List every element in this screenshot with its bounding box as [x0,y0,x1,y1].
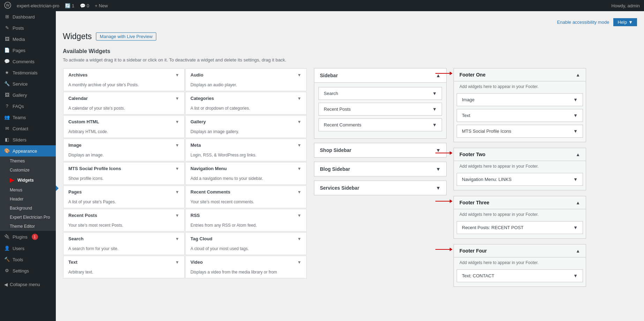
widget-text[interactable]: Text ▼ Arbitrary text. [63,256,185,278]
widget-rss[interactable]: RSS ▼ Entries from any RSS or Atom feed. [185,209,307,232]
sidebar-areas-panel: Sidebar ▲ Search ▼ Recent Posts ▼ [314,68,447,292]
footer-four-text-arrow: ▼ [573,273,578,278]
submenu-menus[interactable]: Menus [0,185,56,195]
sidebar-header[interactable]: Sidebar ▲ [314,68,447,83]
widget-video-name: Video [190,260,203,265]
site-name[interactable]: expert-electrician-pro [17,3,59,8]
sidebar-item-gallery[interactable]: 🖼Gallery [0,89,56,101]
submenu-expert-electrician[interactable]: Expert Electrician Pro [0,213,56,222]
sidebar-item-sliders[interactable]: ◧Sliders [0,134,56,145]
footer-two-box: Footer Two ▲ Add widgets here to appear … [454,148,586,190]
blog-sidebar-area: Blog Sidebar ▼ [314,162,447,176]
sidebar-recent-posts-label: Recent Posts [324,107,351,112]
blog-sidebar-header[interactable]: Blog Sidebar ▼ [314,162,447,176]
sidebar-item-comments[interactable]: 💬Comments [0,56,56,67]
footer-four-header[interactable]: Footer Four ▲ [454,245,586,257]
widget-archives-name: Archives [68,72,88,78]
submenu-header[interactable]: Header [0,195,56,204]
sidebar-item-pages[interactable]: 📄Pages [0,45,56,56]
widget-tag-cloud-name: Tag Cloud [190,236,212,241]
widget-gallery-arrow: ▼ [297,119,301,124]
settings-label: Settings [13,268,29,273]
widget-tag-cloud[interactable]: Tag Cloud ▼ A cloud of your most used ta… [185,232,307,255]
sidebar-item-dashboard[interactable]: ⊞Dashboard [0,11,56,22]
sidebar-item-service[interactable]: 🔧Service [0,78,56,89]
widget-grid: Archives ▼ A monthly archive of your sit… [63,68,307,279]
widget-search-desc: A search form for your site. [63,245,184,255]
submenu-customize[interactable]: Customize [0,166,56,175]
sidebar-item-plugins[interactable]: 🔌 Plugins 1 [0,231,56,243]
new-content-button[interactable]: + New [95,3,108,8]
services-sidebar-header[interactable]: Services Sidebar ▼ [314,181,447,195]
widget-navigation-menu[interactable]: Navigation Menu ▼ Add a navigation menu … [185,162,307,185]
sidebar-item-faqs[interactable]: ?FAQs [0,101,56,112]
widget-nav-menu-desc: Add a navigation menu to your sidebar. [186,175,306,184]
widget-custom-html-arrow: ▼ [175,119,179,124]
widget-gallery[interactable]: Gallery ▼ Displays an image gallery. [185,115,307,138]
footer-one-widget-text[interactable]: Text ▼ [457,109,583,122]
footer-two-widget-nav[interactable]: Navigation Menu: LINKS ▼ [457,173,583,186]
manage-live-preview-button[interactable]: Manage with Live Preview [96,32,156,41]
widget-pages[interactable]: Pages ▼ A list of your site's Pages. [63,185,185,208]
widget-categories-arrow: ▼ [297,96,301,101]
available-widgets-desc: To activate a widget drag it to a sideba… [63,57,637,63]
help-button[interactable]: Help ▼ [613,18,637,26]
widget-meta[interactable]: Meta ▼ Login, RSS, & WordPress.org links… [185,139,307,161]
sidebar-widget-search[interactable]: Search ▼ [319,87,442,100]
tools-label: Tools [13,257,23,262]
pages-icon: 📄 [4,48,10,53]
sidebar-item-users[interactable]: 👤Users [0,243,56,254]
updates-count[interactable]: 🔄 1 [65,3,74,8]
sidebar-item-tools[interactable]: 🔨Tools [0,254,56,265]
footer-four-widget-text[interactable]: Text: CONTACT ▼ [457,269,583,282]
footer-three-collapse-icon: ▲ [576,200,580,205]
footer-two-collapse-icon: ▲ [576,152,580,157]
comments-count[interactable]: 💬 0 [80,3,89,8]
widget-recent-posts[interactable]: Recent Posts ▼ Your site's most recent P… [63,209,185,232]
footer-one-box: Footer One ▲ Add widgets here to appear … [454,68,586,142]
widget-video[interactable]: Video ▼ Displays a video from the media … [185,256,307,278]
widget-audio-name: Audio [190,72,203,78]
main-content: Enable accessibility mode Help ▼ Widgets… [56,11,644,321]
widget-recent-posts-name: Recent Posts [68,213,97,218]
widget-recent-posts-desc: Your site's most recent Posts. [63,221,184,231]
footer-one-header[interactable]: Footer One ▲ [454,68,586,81]
widget-categories[interactable]: Categories ▼ A list or dropdown of categ… [185,92,307,115]
sidebar-item-appearance[interactable]: 🎨 Appearance Themes Customize ▶Widgets M… [0,145,56,231]
sidebar-item-teams[interactable]: 👥Teams [0,112,56,123]
widget-image[interactable]: Image ▼ Displays an image. [63,139,185,161]
sidebar-item-media[interactable]: 🖼Media [0,34,56,45]
widget-recent-comments[interactable]: Recent Comments ▼ Your site's most recen… [185,185,307,208]
help-dropdown-icon: ▼ [628,20,633,25]
sidebar-widget-recent-posts[interactable]: Recent Posts ▼ [319,103,442,116]
widget-nav-menu-name: Navigation Menu [190,166,227,171]
wp-logo[interactable]: W [4,2,11,10]
sidebar-item-contact[interactable]: ✉Contact [0,123,56,134]
widget-mts-social[interactable]: MTS Social Profile Icons ▼ Show profile … [63,162,185,185]
help-label: Help [617,20,627,25]
service-icon: 🔧 [4,81,10,87]
footer-three-header[interactable]: Footer Three ▲ [454,196,586,209]
collapse-menu-button[interactable]: ◀ Collapse menu [0,279,56,290]
footer-one-widget-mts[interactable]: MTS Social Profile Icons ▼ [457,125,583,138]
submenu-background[interactable]: Background [0,204,56,213]
sidebar-item-settings[interactable]: ⚙Settings [0,265,56,276]
submenu-theme-editor[interactable]: Theme Editor [0,222,56,231]
widget-custom-html[interactable]: Custom HTML ▼ Arbitrary HTML code. [63,115,185,138]
footer-two-header[interactable]: Footer Two ▲ [454,148,586,161]
sidebar-item-testimonials[interactable]: ★Testimonials [0,67,56,78]
widget-search[interactable]: Search ▼ A search form for your site. [63,232,185,255]
footer-three-widget-recent-posts[interactable]: Recent Posts: RECENT POST ▼ [457,221,583,234]
footer-two-arrow [435,153,452,153]
sidebar-item-posts[interactable]: ✎Posts [0,22,56,34]
widget-archives[interactable]: Archives ▼ A monthly archive of your sit… [63,68,185,91]
sidebar-widget-recent-comments[interactable]: Recent Comments ▼ [319,118,442,131]
widget-archives-desc: A monthly archive of your site's Posts. [63,81,184,91]
submenu-widgets[interactable]: ▶Widgets [0,175,56,185]
enable-accessibility-link[interactable]: Enable accessibility mode [557,20,609,25]
shop-sidebar-header[interactable]: Shop Sidebar ▼ [314,143,447,158]
widget-audio[interactable]: Audio ▼ Displays an audio player. [185,68,307,91]
widget-calendar[interactable]: Calendar ▼ A calendar of your site's pos… [63,92,185,115]
footer-one-widget-image[interactable]: Image ▼ [457,93,583,106]
submenu-themes[interactable]: Themes [0,156,56,166]
